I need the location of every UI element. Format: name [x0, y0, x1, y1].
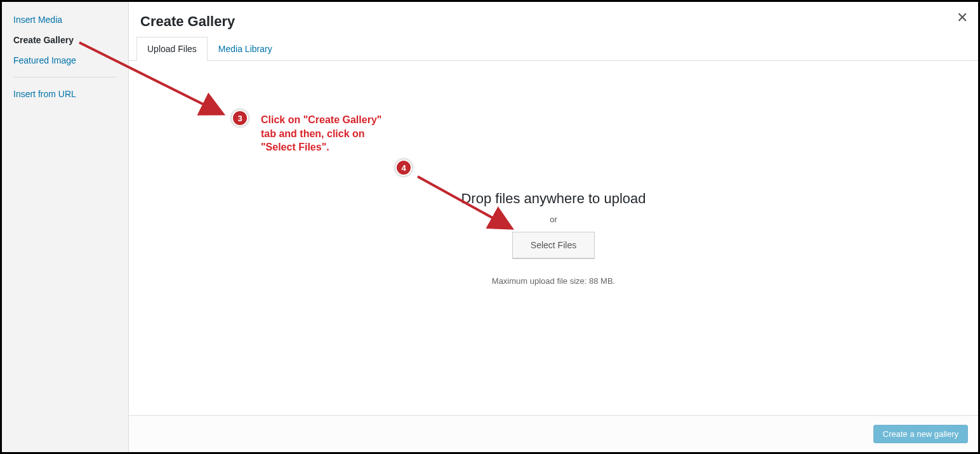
sidebar-item-insert-media[interactable]: Insert Media	[2, 10, 128, 30]
drop-area[interactable]: Drop files anywhere to upload or Select …	[461, 190, 646, 286]
sidebar-item-create-gallery[interactable]: Create Gallery	[2, 30, 128, 50]
drop-title: Drop files anywhere to upload	[461, 190, 646, 207]
sidebar-divider	[13, 77, 117, 77]
tab-media-library[interactable]: Media Library	[208, 37, 283, 61]
media-modal-frame: Insert Media Create Gallery Featured Ima…	[0, 0, 980, 454]
modal-footer: Create a new gallery	[129, 415, 978, 452]
tab-upload-files[interactable]: Upload Files	[136, 37, 208, 61]
main-panel: ✕ Create Gallery Upload Files Media Libr…	[129, 2, 978, 452]
page-title: Create Gallery	[140, 13, 967, 30]
media-modal: Insert Media Create Gallery Featured Ima…	[2, 2, 978, 452]
sidebar-item-featured-image[interactable]: Featured Image	[2, 50, 128, 70]
modal-header: Create Gallery	[129, 2, 978, 36]
upload-content: Drop files anywhere to upload or Select …	[129, 61, 978, 415]
create-new-gallery-button[interactable]: Create a new gallery	[873, 425, 968, 443]
tabs-bar: Upload Files Media Library	[129, 36, 978, 61]
close-icon[interactable]: ✕	[957, 11, 968, 25]
select-files-button[interactable]: Select Files	[512, 232, 595, 258]
drop-or-label: or	[461, 215, 646, 224]
sidebar-item-insert-from-url[interactable]: Insert from URL	[2, 84, 128, 104]
max-upload-size-label: Maximum upload file size: 88 MB.	[461, 276, 646, 286]
sidebar: Insert Media Create Gallery Featured Ima…	[2, 2, 129, 452]
